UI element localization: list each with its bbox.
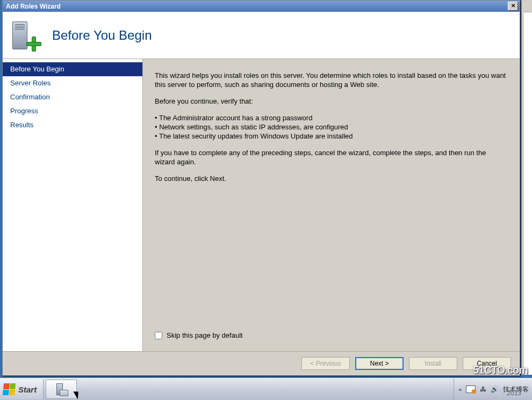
sidebar-item-confirmation[interactable]: Confirmation bbox=[3, 90, 142, 104]
wizard-header: Before You Begin bbox=[3, 12, 520, 59]
wizard-content: This wizard helps you install roles on t… bbox=[142, 59, 520, 351]
sidebar-item-results[interactable]: Results bbox=[3, 118, 142, 132]
sidebar-item-server-roles[interactable]: Server Roles bbox=[3, 76, 142, 90]
skip-page-checkbox[interactable] bbox=[155, 332, 162, 339]
verify-bullet-list: The Administrator account has a strong p… bbox=[155, 113, 507, 141]
window-title: Add Roles Wizard bbox=[6, 3, 61, 10]
windows-logo-icon bbox=[3, 383, 16, 395]
page-title: Before You Begin bbox=[52, 28, 152, 43]
sidebar-item-progress[interactable]: Progress bbox=[3, 104, 142, 118]
taskbar-item-server-manager[interactable] bbox=[46, 380, 77, 399]
close-button[interactable]: ✕ bbox=[508, 2, 518, 11]
bullet-item: The latest security updates from Windows… bbox=[155, 132, 507, 141]
tray-text: 技术博客 bbox=[503, 385, 529, 394]
background-server-manager-window bbox=[521, 0, 532, 375]
start-label: Start bbox=[18, 385, 37, 394]
bullet-item: The Administrator account has a strong p… bbox=[155, 113, 507, 122]
install-button[interactable]: Install bbox=[409, 357, 457, 370]
verify-heading: Before you continue, verify that: bbox=[155, 97, 507, 106]
taskbar: Start « 🖧 🔊 技术博客 bbox=[0, 378, 532, 400]
action-center-flag-icon[interactable] bbox=[466, 386, 476, 393]
skip-page-label: Skip this page by default bbox=[167, 331, 243, 339]
tray-expand-icon[interactable]: « bbox=[458, 387, 462, 392]
sidebar-item-before-you-begin[interactable]: Before You Begin bbox=[3, 62, 142, 76]
server-manager-icon bbox=[54, 382, 68, 396]
after-bullets-text: If you have to complete any of the prece… bbox=[155, 148, 507, 166]
wizard-steps-sidebar: Before You Begin Server Roles Confirmati… bbox=[3, 59, 142, 351]
start-button[interactable]: Start bbox=[0, 379, 44, 399]
sound-icon[interactable]: 🔊 bbox=[491, 386, 499, 393]
titlebar[interactable]: Add Roles Wizard ✕ bbox=[3, 1, 520, 12]
previous-button[interactable]: < Previous bbox=[301, 357, 350, 370]
server-plus-icon bbox=[11, 19, 40, 52]
add-roles-wizard-window: Add Roles Wizard ✕ Before You Begin Befo… bbox=[2, 0, 520, 376]
cancel-button[interactable]: Cancel bbox=[463, 357, 511, 370]
skip-page-row: Skip this page by default bbox=[155, 331, 507, 346]
system-tray[interactable]: « 🖧 🔊 技术博客 bbox=[454, 379, 532, 400]
continue-text: To continue, click Next. bbox=[155, 174, 507, 183]
next-button[interactable]: Next > bbox=[355, 357, 404, 370]
bullet-item: Network settings, such as static IP addr… bbox=[155, 122, 507, 132]
intro-text: This wizard helps you install roles on t… bbox=[155, 71, 507, 89]
wizard-footer: < Previous Next > Install Cancel bbox=[3, 351, 520, 375]
network-icon[interactable]: 🖧 bbox=[480, 386, 486, 393]
